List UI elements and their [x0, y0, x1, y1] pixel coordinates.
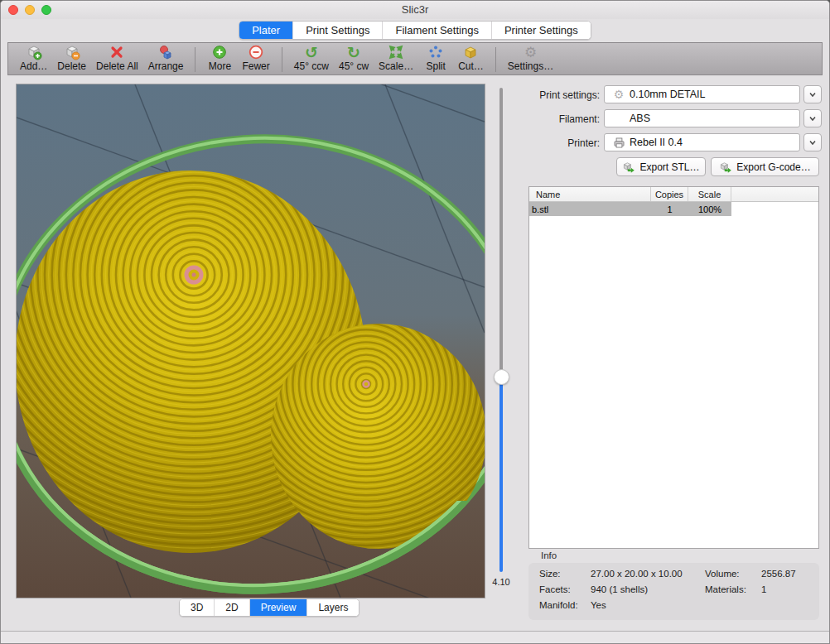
export-stl-icon: [622, 161, 635, 174]
arrange-button-label: Arrange: [148, 60, 184, 72]
object-row-selected[interactable]: b.stl 1 100%: [529, 202, 818, 216]
tab-layers[interactable]: Layers: [307, 599, 359, 616]
fewer-copies-icon: [248, 43, 264, 60]
arrange-icon: [157, 43, 174, 60]
export-gcode-label: Export G-code…: [736, 161, 810, 173]
3d-preview-viewport[interactable]: [16, 84, 485, 598]
info-manifold-value: Yes: [591, 600, 606, 610]
cut-button-label: Cut…: [458, 60, 484, 72]
rotate-cw-button-label: 45° cw: [339, 60, 369, 72]
settings-button-label: Settings…: [508, 60, 553, 72]
column-header-name: Name: [529, 187, 651, 201]
add-button[interactable]: Add…: [20, 43, 47, 72]
info-section-title: Info: [541, 550, 557, 560]
gear-icon: ⚙: [611, 88, 626, 101]
arrange-button[interactable]: Arrange: [148, 43, 184, 72]
object-list[interactable]: Name Copies Scale b.stl 1 100%: [528, 186, 819, 549]
info-manifold-label: Manifold:: [539, 600, 578, 610]
object-copies-cell: 1: [651, 202, 688, 216]
filament-dropdown-button[interactable]: [803, 109, 822, 127]
delete-object-icon: [64, 43, 80, 60]
print-settings-value: 0.10mm DETAIL: [630, 89, 705, 100]
tab-print-settings[interactable]: Print Settings: [293, 22, 383, 39]
export-stl-label: Export STL…: [639, 161, 699, 173]
top-infill-ring-small: [364, 382, 369, 387]
top-infill-dot-large: [192, 273, 196, 277]
info-materials-value: 1: [761, 584, 766, 594]
more-copies-button[interactable]: More: [207, 43, 232, 72]
info-materials-label: Materials:: [705, 584, 746, 594]
object-list-header: Name Copies Scale: [529, 187, 818, 202]
object-name-cell: b.stl: [529, 202, 651, 216]
scale-button[interactable]: Scale…: [379, 43, 413, 72]
settings-gear-icon: ⚙: [524, 43, 537, 60]
filament-value: ABS: [630, 113, 650, 124]
main-tab-strip: Plater Print Settings Filament Settings …: [1, 21, 829, 40]
title-bar[interactable]: Slic3r: [1, 1, 829, 19]
plater-toolbar: Add… Delete Delete All: [7, 42, 823, 75]
view-tab-strip: 3D 2D Preview Layers: [179, 598, 360, 617]
more-copies-icon: [211, 43, 228, 60]
rotate-ccw-button-label: 45° ccw: [294, 60, 329, 72]
layer-slider-track[interactable]: [499, 88, 503, 377]
slic3r-window: Slic3r Plater Print Settings Filament Se…: [0, 0, 830, 644]
export-stl-button[interactable]: Export STL…: [616, 157, 706, 176]
tab-printer-settings[interactable]: Printer Settings: [492, 22, 591, 39]
layer-slider-track-filled[interactable]: [499, 377, 503, 572]
delete-all-button[interactable]: Delete All: [96, 43, 138, 72]
info-volume-label: Volume:: [705, 569, 740, 579]
info-facets-label: Facets:: [539, 584, 571, 594]
tab-2d[interactable]: 2D: [215, 599, 249, 616]
split-button-label: Split: [426, 60, 445, 72]
delete-button-label: Delete: [57, 60, 86, 72]
layer-slider-thumb[interactable]: [494, 369, 509, 385]
printer-label: Printer:: [513, 137, 600, 149]
info-volume-value: 2556.87: [761, 569, 796, 579]
info-facets-value: 940 (1 shells): [591, 584, 648, 594]
preview-scene: [17, 84, 485, 598]
chevron-down-icon: [808, 137, 818, 147]
tab-filament-settings[interactable]: Filament Settings: [383, 22, 491, 39]
printer-icon: [611, 136, 626, 150]
print-settings-label: Print settings:: [513, 89, 600, 101]
split-button[interactable]: Split: [423, 43, 448, 72]
toolbar-separator: [282, 47, 282, 72]
printer-select[interactable]: Rebel II 0.4: [604, 133, 800, 151]
info-size-value: 27.00 x 20.00 x 10.00: [591, 569, 683, 579]
filament-label: Filament:: [513, 113, 600, 125]
layer-slider-value: 4.10: [485, 577, 518, 587]
toolbar-separator: [495, 47, 496, 72]
delete-all-button-label: Delete All: [96, 60, 138, 72]
scale-button-label: Scale…: [379, 60, 413, 72]
fewer-copies-button[interactable]: Fewer: [242, 43, 269, 72]
info-size-label: Size:: [539, 569, 561, 579]
tab-3d[interactable]: 3D: [180, 599, 215, 616]
tab-preview[interactable]: Preview: [250, 599, 308, 616]
scale-icon: [388, 43, 404, 60]
tab-plater[interactable]: Plater: [239, 22, 293, 39]
rotate-cw-icon: ↻: [347, 43, 360, 60]
delete-button[interactable]: Delete: [57, 43, 86, 72]
print-settings-dropdown-button[interactable]: [803, 85, 822, 103]
rotate-ccw-icon: ↺: [305, 43, 318, 60]
column-header-copies: Copies: [651, 187, 688, 201]
rotate-cw-button[interactable]: ↻ 45° cw: [339, 43, 369, 72]
print-settings-select[interactable]: ⚙ 0.10mm DETAIL: [604, 85, 800, 103]
split-icon: [427, 43, 444, 60]
fewer-copies-button-label: Fewer: [242, 60, 269, 72]
rotate-ccw-button[interactable]: ↺ 45° ccw: [294, 43, 329, 72]
add-object-icon: [26, 43, 42, 60]
more-copies-button-label: More: [209, 60, 231, 72]
printer-value: Rebel II 0.4: [630, 137, 683, 148]
chevron-down-icon: [808, 113, 818, 123]
object-scale-cell: 100%: [688, 202, 731, 216]
delete-all-icon: [109, 43, 125, 60]
window-title: Slic3r: [1, 3, 829, 16]
cut-button[interactable]: Cut…: [458, 43, 484, 72]
status-bar: [1, 632, 829, 643]
export-gcode-button[interactable]: Export G-code…: [711, 157, 819, 176]
printer-dropdown-button[interactable]: [803, 133, 822, 151]
filament-select[interactable]: ABS: [604, 109, 800, 127]
column-header-scale: Scale: [688, 187, 731, 201]
settings-button[interactable]: ⚙ Settings…: [508, 43, 553, 72]
